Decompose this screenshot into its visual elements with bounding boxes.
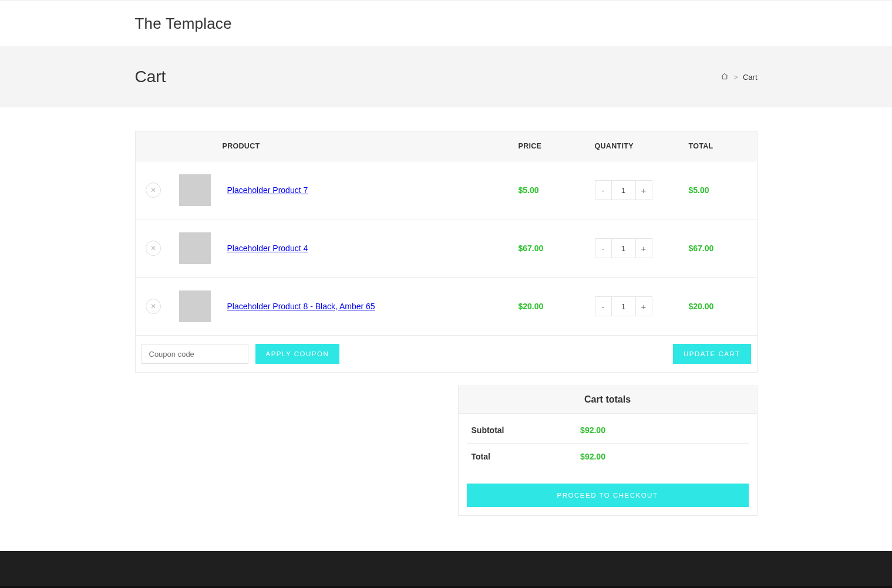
col-remove bbox=[136, 131, 171, 161]
product-thumb-link[interactable] bbox=[179, 232, 211, 264]
product-name-link[interactable]: Placeholder Product 7 bbox=[227, 185, 308, 195]
product-thumb bbox=[179, 290, 211, 322]
update-cart-button[interactable]: UPDATE CART bbox=[673, 344, 751, 364]
col-price: PRICE bbox=[510, 131, 587, 161]
qty-increase-button[interactable]: + bbox=[636, 181, 652, 200]
qty-increase-button[interactable]: + bbox=[636, 297, 652, 316]
breadcrumb-current: Cart bbox=[743, 73, 758, 82]
quantity-stepper: - + bbox=[595, 238, 652, 258]
site-header: The Templace bbox=[0, 1, 892, 46]
product-thumb-link[interactable] bbox=[179, 174, 211, 206]
table-row: ✕ Placeholder Product 4 $67.00 - + $67.0… bbox=[136, 219, 757, 278]
product-name-link[interactable]: Placeholder Product 8 - Black, Amber 65 bbox=[227, 302, 375, 311]
home-icon bbox=[721, 72, 729, 80]
remove-button[interactable]: ✕ bbox=[146, 183, 161, 198]
qty-input[interactable] bbox=[611, 239, 636, 258]
product-thumb bbox=[179, 232, 211, 264]
breadcrumb-home[interactable] bbox=[721, 72, 729, 82]
breadcrumb: > Cart bbox=[721, 72, 757, 82]
table-row: ✕ Placeholder Product 7 $5.00 - + $5.00 bbox=[136, 161, 757, 219]
cart-totals-heading: Cart totals bbox=[459, 386, 757, 414]
line-total: $5.00 bbox=[681, 161, 757, 219]
close-icon: ✕ bbox=[150, 302, 156, 310]
page-title: Cart bbox=[135, 67, 166, 86]
col-total: TOTAL bbox=[681, 131, 757, 161]
total-value: $92.00 bbox=[580, 452, 605, 461]
qty-input[interactable] bbox=[611, 297, 636, 316]
quantity-stepper: - + bbox=[595, 180, 652, 200]
col-quantity: QUANTITY bbox=[587, 131, 681, 161]
site-footer bbox=[0, 551, 892, 586]
subtotal-value: $92.00 bbox=[580, 425, 605, 435]
coupon-input[interactable] bbox=[142, 344, 248, 364]
cart-actions: APPLY COUPON UPDATE CART bbox=[135, 336, 758, 373]
product-name-link[interactable]: Placeholder Product 4 bbox=[227, 244, 308, 253]
product-price: $67.00 bbox=[510, 219, 587, 278]
col-product: PRODUCT bbox=[219, 131, 510, 161]
coupon-form: APPLY COUPON bbox=[142, 344, 340, 364]
apply-coupon-button[interactable]: APPLY COUPON bbox=[255, 344, 340, 364]
proceed-to-checkout-button[interactable]: PROCEED TO CHECKOUT bbox=[467, 484, 749, 507]
product-price: $5.00 bbox=[510, 161, 587, 219]
remove-button[interactable]: ✕ bbox=[146, 299, 161, 314]
qty-decrease-button[interactable]: - bbox=[595, 297, 611, 316]
product-thumb bbox=[179, 174, 211, 206]
close-icon: ✕ bbox=[150, 244, 156, 252]
qty-input[interactable] bbox=[611, 181, 636, 200]
total-label: Total bbox=[472, 452, 581, 461]
quantity-stepper: - + bbox=[595, 296, 652, 316]
total-row: Total $92.00 bbox=[467, 444, 749, 469]
qty-decrease-button[interactable]: - bbox=[595, 239, 611, 258]
line-total: $20.00 bbox=[681, 278, 757, 335]
product-thumb-link[interactable] bbox=[179, 290, 211, 322]
col-thumb bbox=[171, 131, 219, 161]
subtotal-label: Subtotal bbox=[472, 425, 581, 435]
qty-increase-button[interactable]: + bbox=[636, 239, 652, 258]
cart-table: PRODUCT PRICE QUANTITY TOTAL ✕ Placehold… bbox=[135, 131, 758, 336]
qty-decrease-button[interactable]: - bbox=[595, 181, 611, 200]
product-price: $20.00 bbox=[510, 278, 587, 335]
breadcrumb-separator: > bbox=[733, 73, 738, 82]
close-icon: ✕ bbox=[150, 186, 156, 194]
table-row: ✕ Placeholder Product 8 - Black, Amber 6… bbox=[136, 278, 757, 335]
page-title-bar: Cart > Cart bbox=[0, 46, 892, 107]
remove-button[interactable]: ✕ bbox=[146, 241, 161, 256]
subtotal-row: Subtotal $92.00 bbox=[467, 417, 749, 444]
site-title[interactable]: The Templace bbox=[135, 15, 758, 33]
cart-totals: Cart totals Subtotal $92.00 Total $92.00… bbox=[458, 386, 758, 516]
line-total: $67.00 bbox=[681, 219, 757, 278]
